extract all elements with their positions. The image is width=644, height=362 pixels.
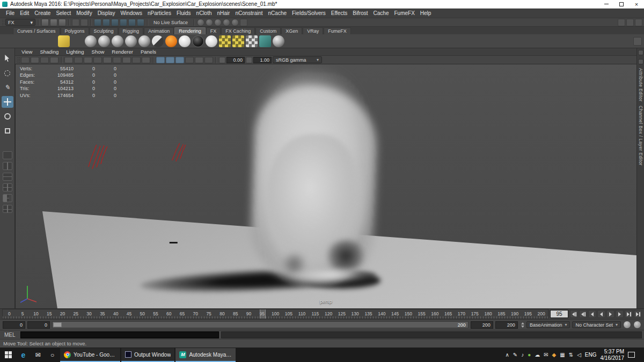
move-tool-button[interactable]	[2, 96, 13, 108]
start-button[interactable]	[0, 348, 16, 362]
open-render-view-icon[interactable]	[206, 19, 213, 26]
resolution-gate-icon[interactable]	[204, 57, 213, 63]
range-slider-handle[interactable]	[53, 322, 62, 327]
auto-keyframe-button[interactable]	[623, 321, 631, 329]
panel-menu-item[interactable]: Renderer	[108, 49, 136, 55]
snap-to-grid-icon[interactable]	[94, 19, 101, 26]
shelf-tab-sculpting[interactable]: Sculpting	[90, 27, 118, 34]
ambient-light-icon[interactable]	[4, 35, 16, 47]
character-set-dropdown[interactable]: No Character Set ▾	[572, 321, 621, 328]
menu-item[interactable]: nCloth	[194, 10, 215, 16]
multisampling-icon[interactable]	[132, 57, 141, 63]
shelf-tab-xgen[interactable]: XGen	[281, 27, 302, 34]
taskbar-button-youtube[interactable]: YouTube - Google ...	[60, 348, 120, 362]
layout-two-panes-stacked-button[interactable]	[3, 173, 12, 181]
checker-texture-icon[interactable]	[232, 35, 244, 47]
taskbar-button-output-window[interactable]: Output Window	[121, 348, 174, 362]
3d-viewport[interactable]: Verts: 55410 0 0 Edges: 109485 0 0 Faces…	[15, 64, 636, 308]
camera-attributes-icon[interactable]	[31, 57, 39, 63]
snap-to-plane-icon[interactable]	[120, 19, 127, 26]
grid-tray-icon[interactable]: ▦	[560, 352, 565, 358]
command-language-toggle[interactable]: MEL	[2, 332, 18, 338]
menu-item[interactable]: Windows	[118, 10, 145, 16]
volume-light-icon[interactable]	[71, 35, 83, 47]
motion-blur-icon[interactable]	[122, 57, 131, 63]
sidebar-icon[interactable]	[638, 59, 643, 64]
network-icon[interactable]: ⇅	[569, 352, 573, 358]
exposure-field[interactable]: 0.00	[226, 57, 245, 63]
view-transform-dropdown[interactable]: sRGB gamma ▾	[273, 56, 322, 63]
save-scene-icon[interactable]	[58, 19, 66, 26]
layout-three-panes-left-button[interactable]	[3, 194, 12, 202]
hypershade-icon[interactable]	[273, 35, 284, 47]
material-sphere-icon[interactable]	[85, 35, 97, 47]
make-live-icon[interactable]	[137, 19, 144, 26]
area-light-icon[interactable]	[58, 35, 70, 47]
language-indicator[interactable]: ENG	[585, 352, 597, 358]
music-tray-icon[interactable]: ♪	[521, 352, 524, 358]
menu-item[interactable]: nConstraint	[232, 10, 265, 16]
taskbar-clock[interactable]: 5:37 PM 4/16/2017	[601, 349, 625, 361]
undo-icon[interactable]	[72, 19, 79, 26]
minimize-button[interactable]	[599, 0, 614, 8]
panel-menu-item[interactable]: Panels	[137, 49, 159, 55]
diamond-tray-icon[interactable]: ◆	[552, 352, 557, 358]
rotate-tool-button[interactable]	[2, 110, 13, 122]
menu-item[interactable]: Help	[418, 10, 434, 16]
grip-handle[interactable]	[17, 57, 20, 63]
black-material-icon[interactable]	[192, 35, 204, 47]
snap-to-surface-icon[interactable]	[128, 19, 136, 26]
menu-item[interactable]: Modify	[74, 10, 94, 16]
material-sphere-icon[interactable]	[112, 35, 123, 47]
sidebar-icon[interactable]	[638, 50, 643, 55]
playback-end-field[interactable]: 200	[471, 321, 493, 329]
white-material-icon[interactable]	[179, 35, 191, 47]
redo-icon[interactable]	[80, 19, 88, 26]
xray-mode-icon[interactable]	[166, 57, 174, 63]
white-material-icon[interactable]	[206, 35, 217, 47]
menu-item[interactable]: Fluids	[174, 10, 194, 16]
shaded-mode-icon[interactable]	[74, 57, 83, 63]
menu-set-dropdown[interactable]: FX ▾	[5, 19, 35, 26]
hidden-icons-expand-icon[interactable]: ∧	[505, 352, 509, 358]
layout-single-pane-button[interactable]	[3, 151, 12, 159]
ipr-render-icon[interactable]	[223, 19, 230, 26]
open-scene-icon[interactable]	[50, 19, 57, 26]
play-forwards-button[interactable]	[606, 310, 614, 318]
material-sphere-icon[interactable]	[98, 35, 110, 47]
render-current-frame-icon[interactable]	[214, 19, 222, 26]
step-forward-key-button[interactable]	[616, 310, 624, 318]
volume-icon[interactable]: ◁	[577, 352, 581, 358]
snap-to-curve-icon[interactable]	[103, 19, 110, 26]
select-tool-button[interactable]	[2, 53, 13, 64]
menu-item[interactable]: Edit	[17, 10, 32, 16]
panel-menu-item[interactable]: Shading	[36, 49, 62, 55]
step-back-frame-button[interactable]	[579, 310, 587, 318]
step-back-key-button[interactable]	[588, 310, 596, 318]
material-sphere-icon[interactable]	[138, 35, 150, 47]
layout-two-panes-side-button[interactable]	[3, 162, 12, 170]
animation-preferences-button[interactable]	[633, 321, 641, 329]
checker-texture-icon[interactable]	[219, 35, 231, 47]
close-button[interactable]: ×	[629, 0, 644, 8]
maximize-button[interactable]	[614, 0, 629, 8]
paint-select-tool-button[interactable]: ✎	[2, 82, 13, 93]
command-input[interactable]	[20, 331, 219, 338]
sidebar-toggle-attribute-editor-icon[interactable]	[618, 19, 625, 26]
grip-handle[interactable]	[2, 19, 4, 25]
panel-menu-item[interactable]: View	[18, 49, 35, 55]
animation-end-field[interactable]: 200	[495, 321, 518, 329]
shelf-tab-custom[interactable]: Custom	[255, 27, 281, 34]
bookmark-icon[interactable]	[40, 57, 49, 63]
spot-light-icon[interactable]	[45, 35, 56, 47]
split-shader-icon[interactable]	[152, 35, 164, 47]
timeline-ruler[interactable]: 0510152025303540455055606570758085909510…	[2, 309, 548, 319]
shelf-tab-fx[interactable]: FX	[206, 27, 221, 34]
timeline-playhead[interactable]	[260, 309, 266, 319]
animation-start-field[interactable]: 0	[3, 321, 25, 329]
anim-layer-dropdown[interactable]: BaseAnimation ▾	[526, 321, 570, 328]
scale-tool-button[interactable]	[2, 125, 13, 137]
menu-item[interactable]: nHair	[215, 10, 233, 16]
shelf-tab-rendering[interactable]: Rendering	[174, 27, 206, 34]
pause-viewport-icon[interactable]	[240, 19, 247, 26]
